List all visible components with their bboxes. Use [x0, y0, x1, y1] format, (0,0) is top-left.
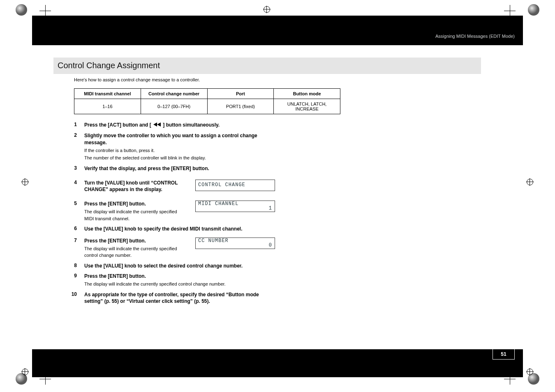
step-number: 7: [68, 238, 77, 259]
step-number: 4: [68, 180, 77, 194]
page-number: 51: [493, 349, 515, 360]
page: Assigning MIDI Messages (EDIT Mode) Cont…: [0, 0, 555, 392]
td-button-mode: UNLATCH, LATCH, INCREASE: [274, 99, 340, 114]
step-number: 9: [68, 273, 77, 287]
svg-point-3: [528, 373, 539, 385]
registration-icon: [526, 178, 534, 186]
step-title: Press the [ACT] button and [ ] button si…: [84, 122, 220, 128]
step-title: Verify that the display, and press the […: [84, 166, 209, 171]
step-10: 10 As appropriate for the type of contro…: [68, 291, 347, 305]
table-row: 1–16 0–127 (00–7FH) PORT1 (fixed) UNLATC…: [74, 99, 340, 114]
step-number: 8: [68, 263, 77, 270]
lcd-line1: CONTROL CHANGE: [198, 183, 272, 187]
lcd-display: CONTROL CHANGE: [195, 180, 275, 191]
cropmark-icon: [504, 5, 516, 16]
step-number: 2: [68, 132, 77, 161]
step-6: 6 Use the [VALUE] knob to specify the de…: [68, 226, 347, 233]
footer-blackbar: [32, 349, 523, 377]
lcd-line1: MIDI CHANNEL: [198, 202, 272, 206]
table-row: MIDI transmit channel Control change num…: [74, 89, 340, 99]
intro-text: Here's how to assign a control change me…: [74, 77, 200, 82]
rewind-icon: [153, 122, 161, 129]
step-3: 3 Verify that the display, and press the…: [68, 165, 347, 172]
step-title: Use the [VALUE] knob to specify the desi…: [84, 226, 243, 232]
step-title: Slightly move the controller to which yo…: [84, 132, 265, 146]
th-port: Port: [207, 89, 274, 99]
step-7: 7 Press the [ENTER] button. The display …: [68, 238, 347, 259]
step-title: Press the [ENTER] button.: [84, 238, 179, 244]
step-1: 1 Press the [ACT] button and [ ] button …: [68, 122, 347, 129]
step-subtext: The display will indicate the currently …: [84, 245, 179, 259]
step-subtext: If the controller is a button, press it.: [84, 147, 265, 154]
print-ball-br: [528, 373, 539, 385]
step-title: As appropriate for the type of controlle…: [84, 291, 265, 305]
step-title: Press the [ENTER] button.: [84, 273, 347, 280]
th-button-mode: Button mode: [274, 89, 340, 99]
registration-icon: [263, 6, 271, 13]
registration-icon: [21, 178, 29, 186]
step-8: 8 Use the [VALUE] knob to select the des…: [68, 263, 347, 270]
section-heading: Control Change Assignment: [53, 58, 481, 74]
svg-marker-5: [157, 122, 161, 127]
step-5: 5 Press the [ENTER] button. The display …: [68, 201, 347, 222]
step-number: 6: [68, 226, 77, 233]
lcd-display: CC NUMBER 0: [195, 238, 275, 249]
svg-point-1: [528, 4, 539, 16]
step-number: 1: [68, 122, 77, 129]
step-title: Use the [VALUE] knob to select the desir…: [84, 263, 243, 269]
td-midi-channel: 1–16: [74, 99, 141, 114]
svg-point-2: [16, 373, 27, 385]
step-2: 2 Slightly move the controller to which …: [68, 132, 347, 161]
print-ball-bl: [16, 373, 27, 385]
step-9: 9 Press the [ENTER] button. The display …: [68, 273, 347, 287]
running-header: Assigning MIDI Messages (EDIT Mode): [435, 34, 515, 39]
step-title: Press the [ENTER] button.: [84, 201, 179, 208]
steps-list: 1 Press the [ACT] button and [ ] button …: [68, 118, 347, 305]
lcd-value: 0: [198, 243, 272, 248]
step-subtext: The display will indicate the currently …: [84, 208, 179, 222]
lcd-value: 1: [198, 206, 272, 211]
section-title: Control Change Assignment: [58, 61, 477, 70]
step-number: 5: [68, 201, 77, 222]
svg-marker-4: [153, 122, 157, 127]
th-cc-number: Control change number: [141, 89, 207, 99]
lcd-display: MIDI CHANNEL 1: [195, 201, 275, 212]
cropmark-icon: [39, 5, 51, 16]
step-title-b: ] button simultaneously.: [163, 122, 220, 128]
print-ball-tl: [16, 4, 27, 16]
th-midi-channel: MIDI transmit channel: [74, 89, 141, 99]
step-title: Turn the [VALUE] knob until “CONTROL CHA…: [84, 180, 179, 194]
step-subtext: The number of the selected controller wi…: [84, 154, 265, 161]
step-title-a: Press the [ACT] button and [: [84, 122, 151, 128]
step-number: 10: [68, 291, 77, 305]
print-ball-tr: [528, 4, 539, 16]
spec-table: MIDI transmit channel Control change num…: [74, 88, 340, 114]
td-port: PORT1 (fixed): [207, 99, 274, 114]
svg-point-0: [16, 4, 27, 16]
lcd-line1: CC NUMBER: [198, 239, 272, 243]
step-subtext: The display will indicate the currently …: [84, 281, 347, 288]
header-blackbar: [32, 16, 523, 45]
td-cc-number: 0–127 (00–7FH): [141, 99, 207, 114]
step-4: 4 Turn the [VALUE] knob until “CONTROL C…: [68, 180, 347, 194]
step-number: 3: [68, 165, 77, 172]
